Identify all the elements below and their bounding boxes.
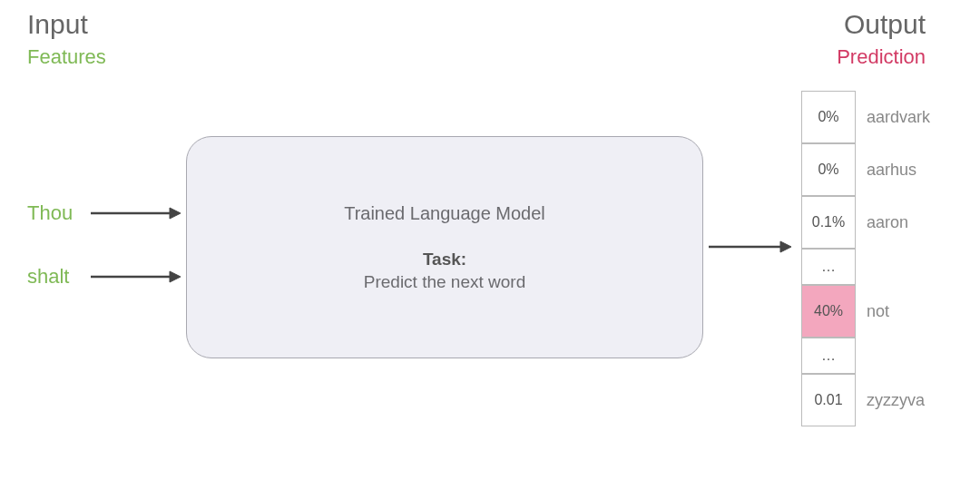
svg-marker-5 (780, 241, 791, 252)
prediction-row: 0.01zyzzyva (801, 374, 948, 426)
input-title: Input (27, 9, 88, 40)
prediction-row: 0%aardvark (801, 91, 948, 143)
features-label: Features (27, 45, 106, 69)
arrow-output (706, 238, 797, 256)
arrow-input-2 (86, 268, 186, 286)
prediction-prob-cell: … (801, 249, 856, 285)
prediction-word: aardvark (867, 108, 948, 127)
prediction-row: 0.1%aaron (801, 196, 948, 249)
prediction-word: aaron (867, 213, 948, 232)
arrow-input-1 (86, 204, 186, 222)
task-label: Task: (423, 250, 466, 269)
prediction-prob-cell: 0% (801, 143, 856, 196)
model-box: Trained Language Model Task: Predict the… (186, 136, 703, 358)
prediction-label: Prediction (837, 45, 926, 69)
prediction-row: … (801, 249, 948, 285)
prediction-prob-cell: 0.01 (801, 374, 856, 426)
input-word-2: shalt (27, 265, 69, 289)
prediction-row: 40%not (801, 285, 948, 338)
model-title: Trained Language Model (344, 203, 545, 224)
prediction-word: zyzzyva (867, 391, 948, 410)
output-title: Output (844, 9, 926, 40)
prediction-prob-cell: 40% (801, 285, 856, 338)
prediction-row: 0%aarhus (801, 143, 948, 196)
task-description: Predict the next word (364, 272, 525, 292)
prediction-prob-cell: … (801, 338, 856, 374)
prediction-table: 0%aardvark0%aarhus0.1%aaron…40%not…0.01z… (801, 91, 948, 426)
svg-marker-1 (170, 208, 181, 219)
prediction-row: … (801, 338, 948, 374)
svg-marker-3 (170, 271, 181, 282)
prediction-word: aarhus (867, 161, 948, 180)
input-word-1: Thou (27, 201, 73, 225)
prediction-word: not (867, 302, 948, 321)
prediction-prob-cell: 0% (801, 91, 856, 143)
prediction-prob-cell: 0.1% (801, 196, 856, 249)
